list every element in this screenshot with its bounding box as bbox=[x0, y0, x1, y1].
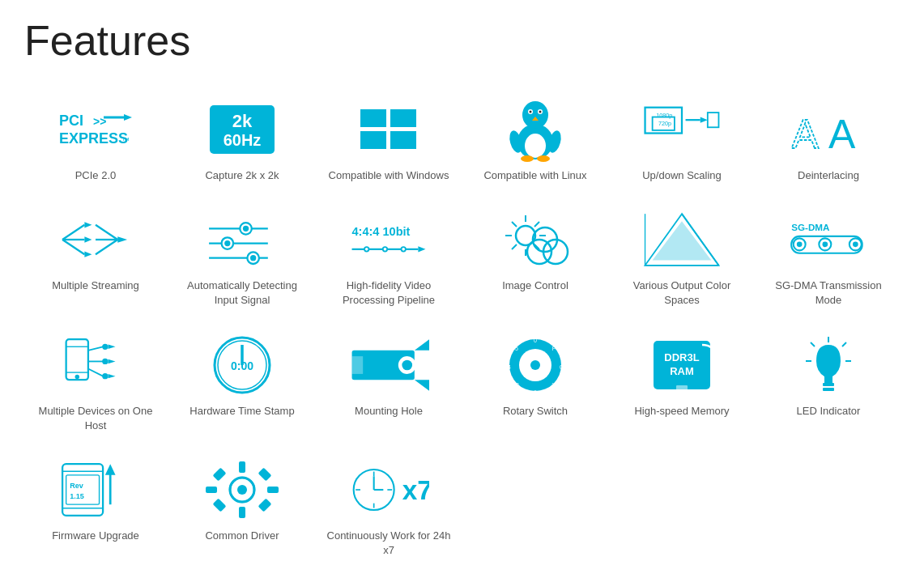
svg-text:60Hz: 60Hz bbox=[224, 131, 262, 149]
svg-point-58 bbox=[401, 247, 405, 251]
svg-rect-142 bbox=[206, 487, 217, 493]
svg-point-90 bbox=[102, 358, 108, 363]
windows-label: Compatible with Windows bbox=[329, 168, 449, 183]
feature-windows: Compatible with Windows bbox=[317, 89, 460, 191]
svg-marker-92 bbox=[108, 344, 115, 348]
pcie-label: PCIe 2.0 bbox=[75, 168, 117, 183]
svg-marker-43 bbox=[117, 237, 127, 243]
svg-text:3: 3 bbox=[516, 382, 519, 388]
svg-marker-38 bbox=[84, 237, 92, 243]
multidevice-label: Multiple Devices on One Host bbox=[28, 404, 163, 433]
svg-rect-143 bbox=[267, 487, 279, 493]
svg-point-89 bbox=[102, 343, 108, 349]
svg-text:EXPRESS: EXPRESS bbox=[59, 130, 128, 147]
svg-line-64 bbox=[512, 222, 517, 227]
feature-streaming: Multiple Streaming bbox=[24, 199, 167, 316]
svg-text:4: 4 bbox=[508, 364, 511, 370]
svg-point-15 bbox=[522, 101, 548, 129]
feature-rotary: 0 F 0 1 2 3 4 5 Rotary Switch bbox=[464, 325, 607, 441]
svg-point-85 bbox=[75, 374, 79, 378]
feature-sgdma: SG-DMA SG-DMA Transmission Mode bbox=[757, 199, 900, 316]
timestamp-icon: 0:00 bbox=[202, 333, 283, 397]
feature-pcie: PCI >> EXPRESS ™ PCIe 2.0 bbox=[24, 89, 167, 191]
sgdma-label: SG-DMA Transmission Mode bbox=[761, 278, 896, 308]
svg-rect-12 bbox=[390, 131, 416, 149]
svg-text:0: 0 bbox=[560, 364, 563, 370]
svg-point-46 bbox=[243, 226, 249, 232]
svg-text:0: 0 bbox=[534, 338, 537, 343]
svg-rect-141 bbox=[239, 507, 245, 518]
svg-text:F: F bbox=[552, 346, 556, 351]
svg-text:RAM: RAM bbox=[670, 365, 694, 377]
svg-point-18 bbox=[530, 111, 532, 113]
linux-icon bbox=[495, 97, 576, 162]
svg-rect-129 bbox=[823, 388, 834, 391]
svg-text:720p: 720p bbox=[658, 120, 671, 127]
svg-text:2k: 2k bbox=[232, 111, 253, 131]
svg-marker-104 bbox=[415, 339, 429, 351]
svg-line-124 bbox=[842, 342, 846, 346]
svg-marker-5 bbox=[124, 114, 132, 121]
feature-deinterlacing: A A Deinterlacing bbox=[757, 89, 900, 191]
svg-line-40 bbox=[96, 225, 117, 240]
colorspaces-icon bbox=[641, 207, 722, 272]
streaming-label: Multiple Streaming bbox=[52, 278, 139, 293]
svg-point-14 bbox=[525, 134, 546, 158]
led-label: LED Indicator bbox=[797, 404, 861, 419]
svg-point-91 bbox=[102, 373, 108, 379]
pipeline-icon: 4:4:4 10bit bbox=[348, 207, 429, 272]
svg-point-108 bbox=[530, 360, 540, 370]
svg-point-22 bbox=[537, 155, 550, 162]
imagecontrol-icon bbox=[495, 207, 576, 272]
svg-text:A: A bbox=[792, 112, 820, 157]
feature-24h: x7 Continuously Work for 24h x7 bbox=[317, 449, 460, 566]
svg-point-57 bbox=[383, 247, 387, 251]
svg-point-21 bbox=[521, 155, 534, 162]
firmware-label: Firmware Upgrade bbox=[52, 529, 139, 543]
svg-point-77 bbox=[797, 242, 803, 248]
scaling-label: Up/down Scaling bbox=[642, 168, 722, 183]
rotary-icon: 0 F 0 1 2 3 4 5 bbox=[495, 333, 576, 397]
svg-marker-137 bbox=[105, 464, 116, 475]
feature-led: LED Indicator bbox=[757, 325, 900, 441]
page-title: Features bbox=[24, 16, 900, 65]
feature-imagecontrol: Image Control bbox=[464, 199, 607, 316]
svg-text:A: A bbox=[828, 112, 856, 157]
scaling-icon: 1080p 720p bbox=[641, 97, 722, 162]
feature-capture2k: 2k 60Hz Capture 2k x 2k bbox=[171, 89, 313, 191]
svg-text:2: 2 bbox=[534, 389, 537, 395]
feature-timestamp: 0:00 Hardware Time Stamp bbox=[171, 325, 313, 441]
feature-firmware: Rev 1.15 Firmware Upgrade bbox=[24, 449, 167, 566]
svg-point-102 bbox=[402, 359, 412, 370]
led-icon bbox=[788, 333, 869, 397]
svg-text:DDR3L: DDR3L bbox=[664, 351, 699, 363]
colorspaces-label: Various Output Color Spaces bbox=[615, 278, 749, 308]
svg-point-79 bbox=[823, 242, 828, 248]
svg-marker-39 bbox=[84, 252, 92, 257]
capture2k-label: Capture 2k x 2k bbox=[205, 168, 279, 183]
feature-memory: DDR3L RAM High-speed Memory bbox=[611, 325, 753, 441]
multidevice-icon bbox=[55, 333, 136, 397]
svg-text:5: 5 bbox=[515, 346, 518, 351]
feature-scaling: 1080p 720p Up/down Scaling bbox=[611, 89, 753, 191]
windows-icon bbox=[348, 97, 429, 162]
svg-rect-11 bbox=[360, 131, 386, 149]
svg-text:x7: x7 bbox=[402, 475, 429, 505]
svg-marker-93 bbox=[108, 359, 115, 363]
svg-rect-146 bbox=[213, 498, 227, 512]
svg-point-49 bbox=[224, 240, 230, 246]
capture2k-icon: 2k 60Hz bbox=[202, 97, 283, 162]
svg-line-66 bbox=[534, 222, 539, 227]
driver-icon bbox=[202, 457, 283, 522]
24h-icon: x7 bbox=[348, 457, 429, 522]
autosignal-label: Automatically Detecting Input Signal bbox=[175, 278, 309, 308]
memory-icon: DDR3L RAM bbox=[641, 333, 722, 397]
svg-point-52 bbox=[250, 255, 256, 261]
svg-rect-121 bbox=[676, 385, 688, 392]
features-grid: PCI >> EXPRESS ™ PCIe 2.0 2k 60Hz Captur… bbox=[24, 89, 900, 566]
mounting-icon bbox=[348, 333, 429, 397]
feature-multidevice: Multiple Devices on One Host bbox=[24, 325, 167, 441]
imagecontrol-label: Image Control bbox=[502, 278, 568, 293]
svg-point-19 bbox=[539, 111, 542, 113]
svg-marker-94 bbox=[108, 373, 115, 377]
